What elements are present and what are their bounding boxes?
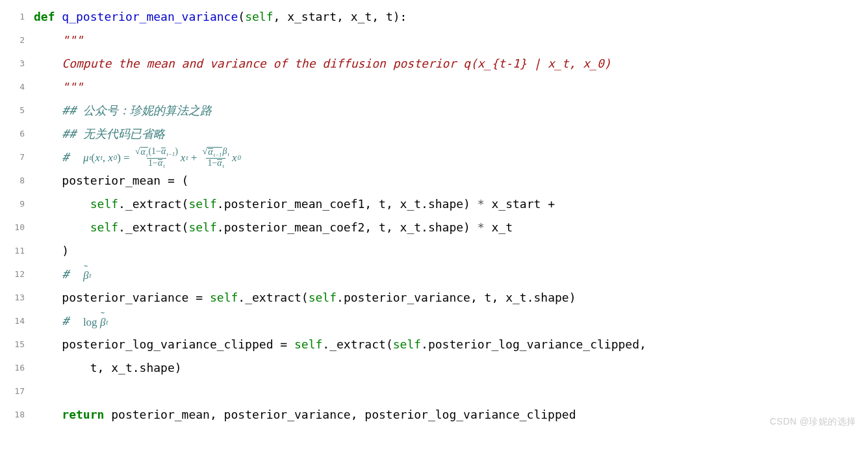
- code-line: 7 # μt(xt, x0) = √αt(1−αt−1)1−αtxt + √αt…: [0, 146, 868, 169]
- line-number: 14: [0, 313, 34, 329]
- line-number: 15: [0, 336, 34, 352]
- line-number: 9: [0, 196, 34, 212]
- code-text: posterior_mean = (: [34, 169, 188, 192]
- code-text: """: [34, 29, 83, 51]
- line-number: 10: [0, 219, 34, 235]
- line-number: 12: [0, 266, 34, 282]
- line-number: 6: [0, 125, 34, 142]
- code-line: 1 def q_posterior_mean_variance(self, x_…: [0, 5, 868, 29]
- code-text: Compute the mean and variance of the dif…: [34, 52, 611, 75]
- watermark: CSDN @珍妮的选择: [770, 413, 856, 430]
- math-formula: βt: [83, 265, 92, 286]
- code-line: 18 return posterior_mean, posterior_vari…: [0, 403, 868, 426]
- code-line: 4 """: [0, 75, 868, 99]
- code-line: 6 ## 无关代码已省略: [0, 122, 868, 146]
- line-number: 11: [0, 243, 34, 259]
- line-number: 8: [0, 172, 34, 189]
- code-text: ## 公众号：珍妮的算法之路: [34, 99, 212, 122]
- code-text: posterior_variance = self._extract(self.…: [34, 286, 576, 309]
- code-text: self._extract(self.posterior_mean_coef1,…: [34, 192, 555, 215]
- code-text: return posterior_mean, posterior_varianc…: [34, 403, 576, 426]
- line-number: 2: [0, 32, 34, 48]
- code-line: 12 # βt: [0, 263, 868, 286]
- line-number: 7: [0, 149, 34, 165]
- code-text: t, x_t.shape): [34, 356, 182, 379]
- line-number: 18: [0, 406, 34, 423]
- code-line: 15 posterior_log_variance_clipped = self…: [0, 333, 868, 356]
- code-text: ## 无关代码已省略: [34, 122, 165, 145]
- line-number: 5: [0, 102, 34, 118]
- code-text: def q_posterior_mean_variance(self, x_st…: [34, 5, 407, 28]
- line-number: 1: [0, 8, 34, 25]
- code-line: 16 t, x_t.shape): [0, 356, 868, 380]
- line-number: 4: [0, 79, 34, 95]
- code-line: 8 posterior_mean = (: [0, 169, 868, 192]
- math-formula: μt(xt, x0) = √αt(1−αt−1)1−αtxt + √αt−1βt…: [83, 147, 241, 169]
- line-number: 13: [0, 289, 34, 306]
- code-line: 11 ): [0, 239, 868, 263]
- code-block: 1 def q_posterior_mean_variance(self, x_…: [0, 0, 868, 433]
- line-number: 3: [0, 55, 34, 72]
- code-text: # μt(xt, x0) = √αt(1−αt−1)1−αtxt + √αt−1…: [34, 146, 241, 169]
- code-text: ): [34, 239, 69, 262]
- line-number: 17: [0, 383, 34, 399]
- code-text: """: [34, 75, 83, 98]
- math-formula: log βt: [83, 311, 108, 333]
- code-text: # log βt: [34, 309, 108, 333]
- code-line: 9 self._extract(self.posterior_mean_coef…: [0, 192, 868, 216]
- code-line: 10 self._extract(self.posterior_mean_coe…: [0, 216, 868, 239]
- code-line: 2 """: [0, 29, 868, 52]
- code-line: 3 Compute the mean and variance of the d…: [0, 52, 868, 75]
- code-text: posterior_log_variance_clipped = self._e…: [34, 333, 646, 356]
- code-text: self._extract(self.posterior_mean_coef2,…: [34, 216, 513, 239]
- code-line: 14 # log βt: [0, 309, 868, 333]
- line-number: 16: [0, 360, 34, 376]
- code-line: 5 ## 公众号：珍妮的算法之路: [0, 99, 868, 122]
- code-line: 17: [0, 380, 868, 403]
- code-line: 13 posterior_variance = self._extract(se…: [0, 286, 868, 309]
- code-text: # βt: [34, 263, 91, 286]
